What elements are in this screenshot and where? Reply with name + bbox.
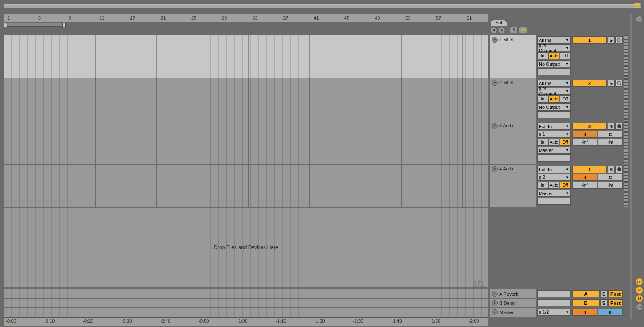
- arm-button[interactable]: [615, 80, 623, 87]
- track-fold-button[interactable]: [492, 291, 498, 297]
- track-header[interactable]: 4 Audio: [490, 165, 536, 208]
- track-activator-button[interactable]: 3: [572, 123, 607, 130]
- time-ruler[interactable]: ·0:00·0:10·0:20·0:30·0:40·0:50·1:00·1:10…: [4, 317, 488, 326]
- output-channel-select[interactable]: [537, 198, 571, 205]
- track-lane[interactable]: [4, 35, 488, 78]
- output-select[interactable]: No Output▼: [537, 103, 571, 111]
- output-select[interactable]: Master▼: [537, 147, 571, 154]
- arrangement-orientation-toggle[interactable]: ⦶: [636, 16, 643, 23]
- output-channel-select[interactable]: [537, 111, 571, 118]
- pan-value[interactable]: C: [598, 131, 623, 138]
- input-channel-select[interactable]: ▯ 1▼: [537, 131, 571, 138]
- automation-mode-button[interactable]: ✎: [510, 27, 518, 33]
- prev-locator-button[interactable]: ◂: [491, 27, 497, 33]
- arm-button[interactable]: [615, 166, 623, 173]
- output-select[interactable]: Master▼: [537, 190, 571, 197]
- monitor-in-button[interactable]: In: [537, 95, 548, 103]
- output-channel-select[interactable]: [537, 154, 571, 162]
- monitor-in-button[interactable]: In: [537, 182, 548, 189]
- track-mixer: 3 S 0 C -inf -inf: [572, 121, 623, 165]
- track-fold-button[interactable]: [492, 80, 498, 86]
- monitor-auto-button[interactable]: Auto: [548, 182, 559, 189]
- solo-button[interactable]: S: [600, 299, 608, 306]
- pan-value[interactable]: C: [598, 174, 623, 181]
- input-channel-select[interactable]: ▯ All Channel▼: [537, 44, 571, 51]
- monitor-off-button[interactable]: Off: [560, 182, 571, 189]
- track-header[interactable]: 3 Audio: [490, 121, 536, 165]
- input-type-select[interactable]: Ext. In▼: [537, 166, 571, 173]
- return-io-slot[interactable]: [537, 290, 571, 297]
- input-channel-select[interactable]: ▯ 2▼: [537, 174, 571, 181]
- cue-volume-value[interactable]: 0: [598, 309, 623, 316]
- return-name-label: A Reverb: [499, 291, 518, 296]
- set-marker-button[interactable]: Set: [491, 20, 507, 26]
- monitor-off-button[interactable]: Off: [560, 139, 571, 146]
- track-fold-button[interactable]: [492, 300, 498, 306]
- send-a-value[interactable]: -inf: [572, 139, 597, 146]
- master-header[interactable]: Master: [490, 307, 536, 317]
- input-type-select[interactable]: Ext. In▼: [537, 123, 571, 130]
- solo-button[interactable]: S: [608, 166, 615, 173]
- track-fold-button[interactable]: [492, 166, 498, 172]
- io-section-toggle[interactable]: I·O: [636, 278, 643, 285]
- master-output-select[interactable]: ▯ 1/2▼: [537, 309, 571, 316]
- vertical-scrollbar[interactable]: [630, 14, 632, 319]
- solo-button[interactable]: S: [608, 36, 615, 44]
- return-section-toggle[interactable]: R: [636, 287, 643, 294]
- solo-button[interactable]: S: [600, 290, 608, 297]
- track-header[interactable]: 1 MIDI: [490, 35, 536, 78]
- track-activator-button[interactable]: 1: [572, 36, 607, 44]
- send-b-value[interactable]: -inf: [598, 182, 623, 189]
- return-header[interactable]: B Delay: [490, 298, 536, 307]
- master-lane[interactable]: [4, 307, 488, 317]
- track-fold-button[interactable]: [492, 123, 498, 129]
- arm-button[interactable]: [615, 36, 623, 44]
- return-io-slot[interactable]: [537, 299, 571, 306]
- track-lane[interactable]: [4, 78, 488, 121]
- return-header[interactable]: A Reverb: [490, 289, 536, 298]
- output-select[interactable]: No Output▼: [537, 60, 571, 67]
- delay-section-toggle[interactable]: D: [636, 304, 643, 310]
- monitor-auto-button[interactable]: Auto: [548, 52, 559, 59]
- master-mixer: 0 0: [572, 307, 623, 317]
- return-lane[interactable]: 1/1: [4, 289, 488, 298]
- master-volume-value[interactable]: 0: [572, 309, 597, 316]
- arrangement-area[interactable]: Drop Files and Devices Here: [4, 35, 488, 287]
- input-channel-select[interactable]: ▯ All Channel▼: [537, 88, 571, 95]
- menu-icon[interactable]: [634, 3, 641, 9]
- overview-strip[interactable]: [4, 4, 640, 8]
- return-activator-button[interactable]: A: [572, 290, 600, 297]
- monitor-off-button[interactable]: Off: [560, 52, 571, 59]
- monitor-auto-button[interactable]: Auto: [548, 95, 559, 103]
- time-tick: ·0:30: [122, 319, 132, 324]
- monitor-auto-button[interactable]: Auto: [548, 139, 559, 146]
- volume-value[interactable]: 0: [572, 174, 597, 181]
- loop-region[interactable]: ▷: [4, 23, 66, 27]
- send-b-value[interactable]: -inf: [598, 139, 623, 146]
- volume-value[interactable]: 0: [572, 131, 597, 138]
- mixer-section-toggle[interactable]: M: [636, 295, 643, 302]
- send-a-value[interactable]: -inf: [572, 182, 597, 189]
- arm-button[interactable]: [615, 123, 623, 130]
- track-fold-button[interactable]: [492, 309, 498, 315]
- beat-ruler[interactable]: ·1·5·9·13·17·21·25·29·33·37·41·45·49·53·…: [4, 14, 488, 23]
- track-lane[interactable]: [4, 121, 488, 165]
- drop-zone[interactable]: Drop Files and Devices Here: [4, 208, 488, 287]
- monitor-off-button[interactable]: Off: [560, 95, 571, 103]
- return-lane[interactable]: [4, 298, 488, 307]
- track-lane[interactable]: [4, 165, 488, 208]
- solo-button[interactable]: S: [608, 80, 615, 87]
- track-header[interactable]: 2 MIDI: [490, 78, 536, 121]
- output-channel-select[interactable]: [537, 68, 571, 75]
- track-activator-button[interactable]: 2: [572, 80, 607, 87]
- next-locator-button[interactable]: ▸: [499, 27, 505, 33]
- track-fold-button[interactable]: [492, 37, 498, 43]
- track-activator-button[interactable]: 4: [572, 166, 607, 173]
- return-activator-button[interactable]: B: [572, 299, 600, 306]
- post-button[interactable]: Post: [608, 290, 623, 297]
- solo-button[interactable]: S: [608, 123, 615, 130]
- monitor-in-button[interactable]: In: [537, 139, 548, 146]
- post-button[interactable]: Post: [608, 299, 623, 306]
- lock-envelopes-button[interactable]: 🔒: [519, 27, 527, 33]
- monitor-in-button[interactable]: In: [537, 52, 548, 59]
